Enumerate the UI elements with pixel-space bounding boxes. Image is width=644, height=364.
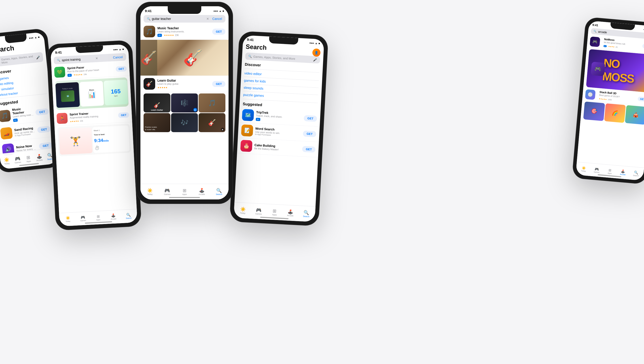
stack-ball-get-5[interactable]: GET	[638, 96, 644, 102]
tab-games-4[interactable]: 🎮 Games	[251, 207, 267, 215]
sprint-pacer-info-2: Sprint Pacer Run to the pace of your hea…	[67, 64, 114, 77]
arcade-icon-4: 🕹️	[288, 209, 294, 214]
app-sprint-pacer-2[interactable]: 💚 Sprint Pacer Run to the pace of your h…	[51, 61, 130, 80]
learn-guitar-get-3[interactable]: GET	[212, 81, 226, 87]
tab-apps-2[interactable]: ⊞ Apps	[90, 214, 106, 221]
status-icons-2: ●●● ▲ ■	[113, 48, 124, 51]
tab-search-label-3: Search	[216, 193, 222, 196]
tab-search-4[interactable]: 🔍 Search	[298, 210, 314, 218]
word-search-get-4[interactable]: GET	[303, 130, 316, 137]
music-teacher-reviews-3: 23K	[175, 34, 179, 36]
search-placeholder-4: Games, Apps, Stories, and More	[253, 55, 295, 60]
mic-icon-1: 🎤	[36, 56, 40, 60]
phone-arcade-search: 9:41 ●●● ▲ ■ 🔍 arcade ✕ 🎮 NoMoss let the…	[572, 17, 644, 184]
tab-bar-2: ☀️ Today 🎮 Games ⊞ Apps 🕹️ Arcade 🔍	[59, 209, 138, 226]
search-tab-icon-5: 🔍	[634, 170, 638, 174]
sprint-pacer-get-2[interactable]: GET	[116, 66, 127, 72]
search-bar-3[interactable]: 🔍 guitar teacher ✕ Cancel	[144, 15, 226, 22]
tab-search-label-4: Search	[303, 215, 310, 218]
status-icons-3: ●●● ▲ ■	[214, 10, 224, 12]
cancel-btn-2[interactable]: Cancel	[113, 55, 123, 59]
tab-games-3[interactable]: 🎮 Games	[158, 188, 176, 196]
music-teacher-badge-1: 4+	[13, 118, 18, 122]
tab-games-2[interactable]: 🎮 Games	[75, 215, 91, 222]
cake-get-4[interactable]: GET	[302, 146, 316, 152]
cancel-btn-3[interactable]: Cancel	[212, 17, 222, 20]
tab-today-4[interactable]: ☀️ Today	[235, 206, 251, 215]
arcade-icon-1: 🕹️	[36, 154, 42, 159]
sprint-trainer-icon-2: 🏃	[56, 113, 68, 124]
play-btn-3[interactable]: ▶	[194, 108, 197, 112]
search-icon-1: 🔍	[0, 60, 0, 64]
week1-label-2: Week 1	[94, 128, 127, 132]
sprint-trainer-get-2[interactable]: GET	[118, 112, 129, 118]
sprint-pacer-badge-2: 4+	[67, 74, 72, 77]
today-icon-1: ☀️	[4, 157, 10, 162]
tab-today-3[interactable]: ☀️ Today	[141, 188, 158, 196]
nomoss-get-5[interactable]: GET	[642, 44, 644, 49]
tab-search-2[interactable]: 🔍 Search	[121, 213, 136, 220]
tab-apps-1[interactable]: ⊞ Apps	[22, 155, 34, 163]
today-icon-3: ☀️	[147, 188, 153, 193]
tab-games-label-5: Games	[594, 171, 600, 173]
sand-racing-info-1: Sand Racing Kick up some sand! In-App Pu…	[14, 126, 36, 137]
tab-apps-5[interactable]: ⊞ Apps	[603, 168, 617, 175]
clear-icon-3[interactable]: ✕	[206, 17, 209, 20]
tab-arcade-4[interactable]: 🕹️ Arcade	[282, 209, 299, 217]
tab-apps-3[interactable]: ⊞ Apps	[176, 188, 193, 196]
learn-guitar-info-3: Learn Guitar Learn to play guitar. ★★★★★	[158, 79, 210, 89]
learn-guitar-grid-3: 🎸 Learn Guitar 🎼 ▶ 🎵 Practice scales& ro…	[144, 94, 226, 132]
tab-today-label-2: Today	[66, 220, 70, 222]
tab-arcade-3[interactable]: 🕹️ Arcade	[193, 188, 210, 196]
tab-today-1[interactable]: ☀️ Today	[1, 157, 12, 165]
triptrek-get-4[interactable]: GET	[304, 115, 317, 122]
tab-today-label-1: Today	[4, 162, 10, 165]
tab-search-3[interactable]: 🔍 Search	[210, 188, 228, 196]
guitar-grid-item-6-3: 🎸 ▶	[198, 113, 226, 132]
games-icon-5: 🎮	[594, 167, 599, 171]
battery-icon-2: ■	[122, 48, 124, 50]
learn-guitar-desc-3: Learn to play guitar.	[158, 82, 210, 85]
tab-today-5[interactable]: ☀️ Today	[577, 166, 590, 172]
sprint-pacer-icon-2: 💚	[54, 66, 65, 78]
tab-arcade-label-3: Arcade	[198, 193, 205, 196]
arcade-icon-5: 🕹️	[621, 170, 625, 173]
play-btn-2-3[interactable]: ▶	[221, 128, 224, 131]
apps-icon-5: ⊞	[608, 168, 612, 172]
music-teacher-get-3[interactable]: GET	[212, 28, 226, 35]
triptrek-info-4: TripTrek Travel, track, and share. 4+	[256, 110, 302, 123]
sprint-pacer-reviews-2: 24k	[84, 73, 87, 76]
cake-info-4: Cake Building Be the Bakery Master!	[254, 143, 300, 152]
app-learn-guitar-3[interactable]: 🎸 Learn Guitar Learn to play guitar. ★★★…	[140, 76, 228, 92]
search-value-5: arcade	[598, 30, 607, 34]
tab-apps-label-3: Apps	[182, 193, 187, 196]
tab-today-2[interactable]: ☀️ Today	[60, 216, 76, 223]
time-3: 9:41	[145, 9, 152, 13]
tab-apps-4[interactable]: ⊞ Apps	[266, 208, 283, 216]
tab-arcade-5[interactable]: 🕹️ Arcade	[616, 169, 630, 176]
sprint-trainer-info-2: Sprint Trainer Augmented reality trainin…	[70, 110, 116, 123]
music-teacher-stars-3: ★★★★★	[164, 34, 174, 36]
tab-arcade-2[interactable]: 🕹️ Arcade	[106, 214, 121, 220]
practice-label-3: Practice scales& rockin' riffs.	[145, 126, 157, 131]
phone4-screen: 9:41 ●●● ▲ ■ Search 👤 🔍 Games, Apps, Sto…	[234, 35, 324, 222]
triptrek-badge-4: 4+	[256, 118, 260, 121]
music-teacher-get-1[interactable]: GET	[35, 108, 49, 116]
tab-arcade-label-5: Arcade	[620, 173, 626, 176]
guitar-grid-item-1-3: 🎸 Learn Guitar	[144, 94, 170, 112]
tab-games-1[interactable]: 🎮 Games	[12, 156, 24, 164]
tab-today-label-4: Today	[240, 212, 246, 214]
signal-icon-2: ●●●	[113, 48, 118, 51]
tab-today-label-3: Today	[147, 193, 153, 196]
app-sprint-trainer-2[interactable]: 🏃 Sprint Trainer Augmented reality train…	[54, 108, 132, 126]
tab-games-5[interactable]: 🎮 Games	[590, 167, 604, 174]
sand-racing-get-1[interactable]: GET	[37, 126, 51, 133]
tab-search-5[interactable]: 🔍 Search	[629, 170, 643, 177]
wifi-icon-2: ▲	[119, 48, 122, 51]
clear-icon-2[interactable]: ✕	[95, 56, 98, 60]
search-icon-2: 🔍	[57, 58, 60, 62]
app-music-teacher-3[interactable]: 🎵 Music Teacher Learn string instruments…	[140, 24, 228, 40]
tab-arcade-1[interactable]: 🕹️ Arcade	[34, 154, 45, 162]
wifi-icon-3: ▲	[219, 10, 222, 12]
noise-now-get-1[interactable]: GET	[39, 142, 52, 149]
